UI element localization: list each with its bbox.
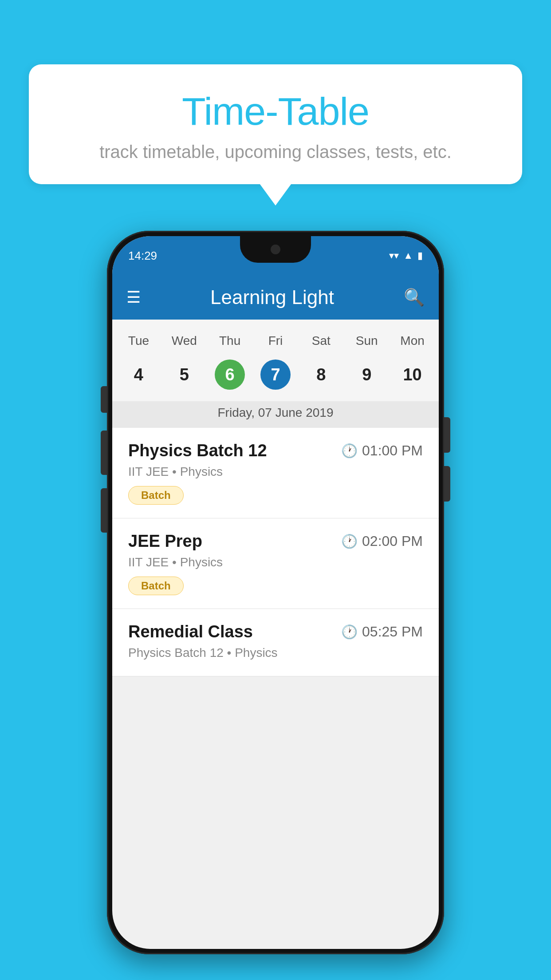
class-meta-3: Physics Batch 12 • Physics: [128, 646, 423, 660]
search-icon[interactable]: 🔍: [404, 288, 425, 307]
volume-down-button: [444, 466, 450, 502]
class-item-1[interactable]: Physics Batch 12 🕐 01:00 PM IIT JEE • Ph…: [112, 428, 439, 518]
class-item-2[interactable]: JEE Prep 🕐 02:00 PM IIT JEE • Physics Ba…: [112, 518, 439, 609]
wifi-icon: ▾▾: [389, 250, 399, 261]
menu-icon[interactable]: ☰: [126, 288, 141, 307]
date-7[interactable]: 7: [253, 355, 299, 394]
class-meta-1: IIT JEE • Physics: [128, 465, 423, 479]
date-9[interactable]: 9: [344, 355, 390, 394]
batch-tag-2: Batch: [128, 577, 184, 595]
power-button: [444, 417, 450, 453]
volume-up-button: [101, 386, 107, 413]
calendar-strip: Tue Wed Thu Fri Sat Sun Mon 4 5 6 7 8 9 …: [112, 320, 439, 428]
status-time: 14:29: [128, 249, 157, 263]
class-row2: JEE Prep 🕐 02:00 PM: [128, 532, 423, 551]
date-6[interactable]: 6: [207, 355, 253, 394]
batch-tag-1: Batch: [128, 486, 184, 505]
date-8[interactable]: 8: [298, 355, 344, 394]
volume-mid-button: [101, 431, 107, 475]
day-mon: Mon: [390, 330, 435, 352]
class-name-1: Physics Batch 12: [128, 441, 267, 460]
tooltip-card: Time-Table track timetable, upcoming cla…: [29, 64, 522, 184]
notch: [240, 236, 311, 263]
time-value-1: 01:00 PM: [362, 443, 423, 459]
battery-icon: ▮: [417, 250, 423, 261]
clock-icon-2: 🕐: [341, 533, 358, 549]
app-title: Learning Light: [153, 286, 391, 308]
day-headers: Tue Wed Thu Fri Sat Sun Mon: [112, 330, 439, 352]
class-meta-2: IIT JEE • Physics: [128, 555, 423, 569]
class-time-1: 🕐 01:00 PM: [341, 443, 423, 459]
phone-mockup: 14:29 ▾▾ ▲ ▮ ☰ Learning Light 🔍 Tue Wed …: [107, 231, 444, 954]
class-time-3: 🕐 05:25 PM: [341, 624, 423, 640]
volume-low-button: [101, 488, 107, 533]
class-row1: Physics Batch 12 🕐 01:00 PM: [128, 441, 423, 460]
day-sun: Sun: [344, 330, 390, 352]
status-icons: ▾▾ ▲ ▮: [389, 250, 423, 261]
day-wed: Wed: [161, 330, 207, 352]
tooltip-subtitle: track timetable, upcoming classes, tests…: [51, 142, 500, 162]
class-item-3[interactable]: Remedial Class 🕐 05:25 PM Physics Batch …: [112, 609, 439, 676]
time-value-3: 05:25 PM: [362, 624, 423, 640]
clock-icon-1: 🕐: [341, 443, 358, 458]
day-sat: Sat: [298, 330, 344, 352]
class-name-2: JEE Prep: [128, 532, 202, 551]
date-10[interactable]: 10: [390, 355, 435, 394]
day-tue: Tue: [116, 330, 161, 352]
date-5[interactable]: 5: [161, 355, 207, 394]
camera: [271, 245, 280, 254]
app-bar: ☰ Learning Light 🔍: [112, 275, 439, 320]
day-fri: Fri: [253, 330, 299, 352]
tooltip-title: Time-Table: [51, 89, 500, 134]
class-row3: Remedial Class 🕐 05:25 PM: [128, 622, 423, 641]
date-4[interactable]: 4: [116, 355, 161, 394]
status-bar: 14:29 ▾▾ ▲ ▮: [112, 236, 439, 275]
selected-date-label: Friday, 07 June 2019: [112, 401, 439, 428]
day-numbers: 4 5 6 7 8 9 10: [112, 352, 439, 401]
signal-icon: ▲: [403, 250, 413, 261]
time-value-2: 02:00 PM: [362, 533, 423, 549]
day-thu: Thu: [207, 330, 253, 352]
phone-screen: 14:29 ▾▾ ▲ ▮ ☰ Learning Light 🔍 Tue Wed …: [112, 236, 439, 949]
class-name-3: Remedial Class: [128, 622, 253, 641]
class-time-2: 🕐 02:00 PM: [341, 533, 423, 549]
clock-icon-3: 🕐: [341, 624, 358, 640]
